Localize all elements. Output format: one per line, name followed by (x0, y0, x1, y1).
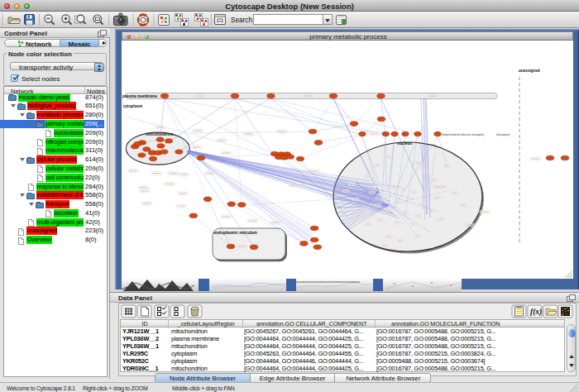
svg-text:Search:: Search: (231, 17, 254, 24)
svg-text:(mitochondrial electron transp: (mitochondrial electron transport) (442, 132, 484, 136)
svg-text:f(x): f(x) (530, 308, 542, 317)
svg-text:endoplasmic reticulum: endoplasmic reticulum (214, 230, 257, 234)
svg-text:(transport): (transport) (496, 132, 510, 136)
svg-text:plasma membrane: plasma membrane (122, 93, 157, 98)
svg-text:unassigned: unassigned (519, 69, 540, 73)
svg-text:nucleus: nucleus (397, 141, 412, 145)
svg-text:mitochondrion: mitochondrion (146, 132, 174, 136)
svg-text:cytoplasm: cytoplasm (123, 103, 143, 108)
